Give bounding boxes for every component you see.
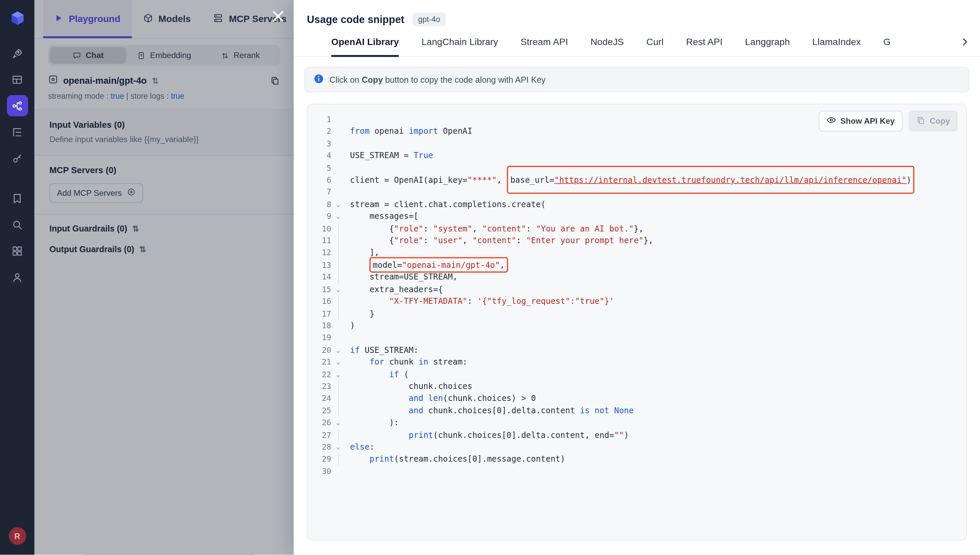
line-number: 22 — [308, 368, 331, 380]
tab-openai-library[interactable]: OpenAI Library — [331, 36, 399, 57]
modal-backdrop[interactable] — [34, 0, 294, 555]
fold-gutter — [331, 150, 345, 162]
modal-title: Usage code snippet — [307, 13, 404, 25]
eye-icon — [826, 115, 836, 127]
fold-gutter — [331, 223, 345, 234]
code-line: 24 and len(chunk.choices) > 0 — [308, 392, 966, 404]
tabs-scroll-right-chevron-icon[interactable] — [960, 37, 970, 56]
sidebar-item-apps[interactable] — [7, 240, 28, 261]
tab-stream-api[interactable]: Stream API — [521, 36, 568, 57]
fold-gutter — [331, 162, 345, 174]
code-line: 17 } — [308, 308, 966, 319]
sidebar-item-users[interactable] — [7, 266, 28, 288]
rocket-icon — [11, 47, 23, 59]
line-number: 5 — [308, 162, 331, 174]
line-number: 10 — [308, 223, 331, 234]
line-number: 17 — [308, 308, 331, 319]
fold-gutter — [331, 380, 345, 392]
model-badge: gpt-4o — [412, 13, 446, 26]
list-tree-icon — [11, 126, 23, 138]
copy-code-button[interactable]: Copy — [908, 111, 957, 132]
code-line: 15⌄ extra_headers={ — [308, 283, 966, 295]
copy-icon — [916, 115, 925, 127]
close-button[interactable] — [268, 8, 288, 28]
banner-text: Click on Copy button to copy the code al… — [329, 75, 546, 84]
usage-code-snippet-modal: Usage code snippet gpt-4o OpenAI Library… — [294, 0, 980, 555]
fold-gutter — [331, 247, 345, 259]
sidebar-item-traces[interactable] — [7, 121, 28, 143]
code-line: 20⌄if USE_STREAM: — [308, 344, 966, 356]
fold-gutter — [331, 137, 345, 149]
code-line: 22⌄ if ( — [308, 368, 966, 380]
code-line: 18) — [308, 319, 966, 332]
line-number: 28 — [308, 441, 331, 453]
sidebar-item-search[interactable] — [7, 214, 28, 235]
line-number: 12 — [308, 247, 331, 259]
code-line: 30 — [308, 465, 966, 477]
code-line: 6client = OpenAI(api_key="****", base_ur… — [308, 174, 966, 186]
sidebar-item-tables[interactable] — [7, 69, 28, 90]
show-api-key-label: Show API Key — [840, 116, 895, 126]
fold-gutter — [331, 392, 345, 404]
app-window: R Playground Models — [0, 0, 980, 555]
fold-toggle-icon[interactable]: ⌄ — [331, 417, 345, 428]
fold-gutter — [331, 308, 345, 319]
user-avatar[interactable]: R — [8, 527, 26, 545]
line-number: 4 — [308, 150, 331, 162]
fold-toggle-icon[interactable]: ⌄ — [331, 344, 345, 356]
snippet-tab-bar: OpenAI Library LangChain Library Stream … — [294, 26, 980, 57]
modal-header: Usage code snippet gpt-4o — [294, 0, 980, 26]
code-actions: Show API Key Copy — [819, 111, 957, 132]
show-api-key-button[interactable]: Show API Key — [819, 111, 902, 132]
code-editor: Show API Key Copy 12from openai import O… — [307, 104, 967, 541]
tab-rest-api[interactable]: Rest API — [686, 36, 722, 57]
icon-rail: R — [0, 0, 34, 555]
code-line: 9⌄ messages=[ — [308, 210, 966, 222]
tab-langchain-library[interactable]: LangChain Library — [421, 36, 498, 57]
code-line: 10 {"role": "system", "content": "You ar… — [308, 223, 966, 234]
fold-gutter — [331, 174, 345, 186]
line-number: 14 — [308, 271, 331, 283]
line-number: 2 — [308, 125, 331, 137]
close-icon — [271, 9, 285, 26]
line-number: 6 — [308, 174, 331, 186]
line-number: 23 — [308, 380, 331, 392]
fold-toggle-icon[interactable]: ⌄ — [331, 283, 345, 295]
code-line: 19 — [308, 332, 966, 343]
sidebar-item-deploy[interactable] — [7, 43, 28, 64]
code-lines: 12from openai import OpenAI34USE_STREAM … — [308, 104, 966, 477]
tab-curl[interactable]: Curl — [646, 36, 663, 57]
fold-toggle-icon[interactable]: ⌄ — [331, 368, 345, 380]
line-number: 16 — [308, 295, 331, 307]
tab-overflow-truncated[interactable]: G — [883, 36, 890, 57]
code-line: 23 chunk.choices — [308, 380, 966, 392]
code-line: 29 print(stream.choices[0].message.conte… — [308, 453, 966, 465]
sidebar-item-collections[interactable] — [7, 188, 28, 209]
code-line: 27 print(chunk.choices[0].delta.content,… — [308, 428, 966, 441]
user-icon — [11, 271, 23, 283]
fold-toggle-icon[interactable]: ⌄ — [331, 356, 345, 368]
fold-gutter — [331, 295, 345, 307]
tab-nodejs[interactable]: NodeJS — [591, 36, 624, 57]
line-number: 24 — [308, 392, 331, 404]
copy-info-banner: Click on Copy button to copy the code al… — [304, 67, 969, 93]
fold-gutter — [331, 453, 345, 465]
line-number: 8 — [308, 198, 331, 210]
line-number: 7 — [308, 186, 331, 198]
fold-toggle-icon[interactable]: ⌄ — [331, 198, 345, 210]
code-line: 8⌄stream = client.chat.completions.creat… — [308, 198, 966, 210]
table-icon — [11, 73, 23, 85]
tab-langgraph[interactable]: Langgraph — [745, 36, 790, 57]
sidebar-item-keys[interactable] — [7, 148, 28, 169]
fold-toggle-icon[interactable]: ⌄ — [331, 441, 345, 453]
sidebar-item-gateway[interactable] — [7, 95, 28, 116]
fold-toggle-icon[interactable]: ⌄ — [331, 210, 345, 222]
code-line: 11 {"role": "user", "content": "Enter yo… — [308, 234, 966, 247]
line-number: 15 — [308, 283, 331, 295]
truefoundry-logo-icon[interactable] — [7, 8, 28, 29]
code-line: 25 and chunk.choices[0].delta.content is… — [308, 404, 966, 417]
tab-llamaindex[interactable]: LlamaIndex — [812, 36, 861, 57]
code-line: 26⌄ ): — [308, 417, 966, 428]
highlight-box: base_url="https://internal.devtest.truef… — [507, 166, 914, 194]
line-number: 1 — [308, 113, 331, 125]
